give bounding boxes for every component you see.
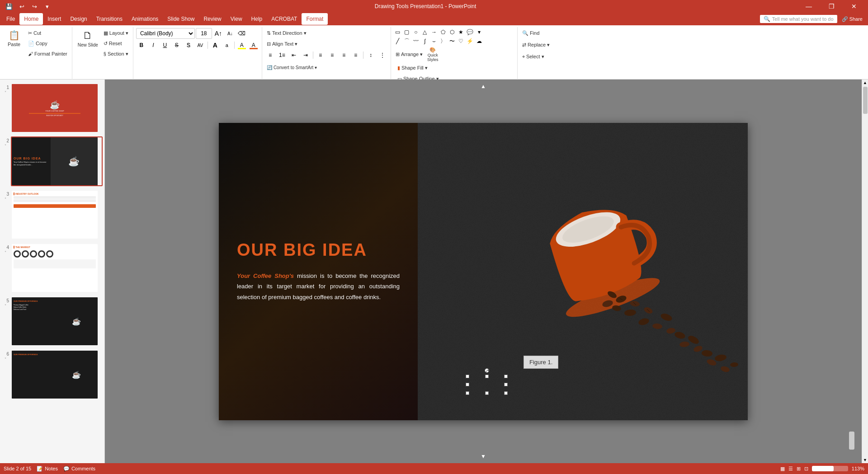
decrease-indent-button[interactable]: ⇤ [288, 50, 299, 61]
handle-ml[interactable] [466, 383, 469, 386]
shape-curve[interactable]: ∫ [421, 37, 429, 45]
section-button[interactable]: § Section ▾ [102, 49, 130, 59]
shape-rectangle[interactable]: ▭ [394, 28, 402, 36]
slide-thumb-2[interactable]: 2 * OUR BIG IDEA Your Coffee Shop's miss… [2, 136, 103, 186]
shape-fill-button[interactable]: ▮ Shape Fill ▾ [396, 63, 442, 73]
rotate-handle[interactable] [485, 368, 489, 373]
scroll-right-button[interactable] [849, 432, 854, 450]
minimize-button[interactable]: — [798, 0, 819, 13]
canvas-area[interactable]: ▲ OUR BIG IDEA Your Coffee Shop's missio… [105, 80, 862, 463]
slide-img-1[interactable]: ☕ YOUR COFFEE SHOP INVESTOR OPPORTUNITY [11, 83, 103, 133]
menu-file[interactable]: File [2, 13, 19, 25]
shape-right-arrow[interactable]: → [430, 28, 438, 36]
slide-thumb-1[interactable]: 1 * ☕ YOUR COFFEE SHOP INVESTOR OPPORTUN… [2, 83, 103, 133]
line-spacing-button[interactable]: ↕ [365, 50, 376, 61]
search-bar[interactable]: 🔍 Tell me what you want to do [760, 15, 837, 23]
increase-indent-button[interactable]: ⇥ [300, 50, 311, 61]
text-direction-button[interactable]: ⇅ Text Direction ▾ [265, 28, 308, 38]
highlight-color-button[interactable]: A [236, 40, 247, 51]
shape-wave[interactable]: 〜 [448, 37, 456, 45]
handle-tr[interactable] [504, 375, 508, 378]
undo-button[interactable]: ↩ [16, 1, 27, 12]
handle-br[interactable] [504, 391, 508, 395]
slide-thumb-4[interactable]: 4 * THE MARKET [2, 243, 103, 293]
find-button[interactable]: 🔍 Find [520, 28, 541, 38]
comments-button[interactable]: 💬 Comments [63, 466, 95, 472]
scrollbar-down[interactable]: ▼ [863, 457, 868, 463]
redo-button[interactable]: ↪ [29, 1, 40, 12]
zoom-slider[interactable] [812, 466, 848, 471]
customize-button[interactable]: ▾ [42, 1, 52, 12]
reset-button[interactable]: ↺ Reset [102, 38, 130, 48]
justify-button[interactable]: ≡ [350, 50, 361, 61]
menu-view[interactable]: View [226, 13, 247, 25]
shape-triangle[interactable]: △ [421, 28, 429, 36]
select-button[interactable]: ⌖ Select ▾ [520, 52, 546, 61]
font-size-input[interactable] [196, 28, 212, 39]
shape-arc[interactable]: ⌣ [430, 37, 438, 45]
scrollbar-thumb[interactable] [863, 87, 868, 114]
copy-button[interactable]: 📄 Copy [26, 38, 69, 48]
figure-caption[interactable]: Figure 1. [524, 356, 558, 369]
scrollbar-up[interactable]: ▲ [863, 80, 868, 86]
notes-button[interactable]: 📝 Notes [37, 466, 58, 472]
menu-design[interactable]: Design [66, 13, 91, 25]
scroll-up-button[interactable]: ▲ [481, 83, 486, 89]
decrease-font-button[interactable]: A↓ [225, 28, 236, 39]
align-right-button[interactable]: ≡ [339, 50, 349, 61]
align-left-button[interactable]: ≡ [315, 50, 326, 61]
view-outline-button[interactable]: ☰ [788, 466, 793, 472]
shape-freeform[interactable]: 〰 [412, 37, 420, 45]
save-button[interactable]: 💾 [4, 1, 14, 12]
underline-button[interactable]: U [160, 40, 170, 51]
menu-slideshow[interactable]: Slide Show [163, 13, 199, 25]
menu-animations[interactable]: Animations [127, 13, 163, 25]
cut-button[interactable]: ✂ Cut [26, 28, 69, 38]
handle-mr[interactable] [504, 383, 508, 386]
italic-button[interactable]: I [148, 40, 159, 51]
clear-formatting-button[interactable]: ⌫ [236, 28, 247, 39]
font-size-up-button[interactable]: A [210, 40, 221, 51]
numbering-button[interactable]: 1≡ [277, 50, 288, 61]
slide-img-5[interactable]: OUR PREMIUM OFFERINGS Premium Bagged Cof… [11, 296, 103, 346]
bullets-button[interactable]: ≡ [265, 50, 276, 61]
menu-review[interactable]: Review [199, 13, 226, 25]
menu-transitions[interactable]: Transitions [92, 13, 127, 25]
shape-pentagon[interactable]: ⬠ [439, 28, 447, 36]
shape-oval[interactable]: ○ [412, 28, 420, 36]
shape-chevron[interactable]: 〉 [439, 37, 447, 45]
shape-heart[interactable]: ♡ [457, 37, 465, 45]
slide-thumb-6[interactable]: 6 * OUR PREMIUM OFFERINGS ☕ [2, 350, 103, 399]
handle-bm[interactable] [485, 391, 489, 395]
slide-thumb-3[interactable]: 3 * INDUSTRY OUTLOOK [2, 190, 103, 239]
share-button[interactable]: 🔗 Share [838, 16, 866, 22]
layout-button[interactable]: ▦ Layout ▾ [102, 28, 130, 38]
view-normal-button[interactable]: ▦ [780, 466, 785, 472]
handle-bl[interactable] [466, 391, 469, 395]
scroll-down-button[interactable]: ▼ [481, 453, 486, 460]
menu-home[interactable]: Home [19, 13, 43, 25]
menu-format[interactable]: Format [302, 13, 328, 25]
shadow-button[interactable]: S [183, 40, 194, 51]
shape-hexagon[interactable]: ⬡ [448, 28, 456, 36]
font-color-button[interactable]: A [248, 40, 259, 51]
handle-tl[interactable] [466, 375, 469, 378]
shape-rounded-rect[interactable]: ▢ [403, 28, 411, 36]
align-text-button[interactable]: ⊟ Align Text ▾ [265, 39, 300, 49]
handle-tm[interactable] [485, 375, 489, 378]
slide-img-3[interactable]: INDUSTRY OUTLOOK [11, 190, 103, 239]
strikethrough-button[interactable]: S [171, 40, 182, 51]
convert-smartart-button[interactable]: 🔄 Convert to SmartArt ▾ [265, 62, 319, 72]
view-slide-sorter-button[interactable]: ⊞ [797, 466, 801, 472]
replace-button[interactable]: ⇄ Replace ▾ [520, 40, 552, 50]
font-size-down-button[interactable]: a [222, 40, 232, 51]
arrange-button[interactable]: ⊞ Arrange ▾ [394, 50, 425, 60]
shape-star[interactable]: ★ [457, 28, 465, 36]
close-button[interactable]: ✕ [844, 0, 864, 13]
figure-caption-container[interactable]: Figure 1. [467, 368, 506, 393]
format-painter-button[interactable]: 🖌 Format Painter [26, 49, 69, 59]
shape-connector[interactable]: ⌒ [403, 37, 411, 45]
columns-button[interactable]: ⋮ [377, 50, 388, 61]
slide-img-2[interactable]: OUR BIG IDEA Your Coffee Shop's mission … [11, 136, 103, 186]
right-scrollbar[interactable]: ▲ ▼ [862, 80, 868, 463]
